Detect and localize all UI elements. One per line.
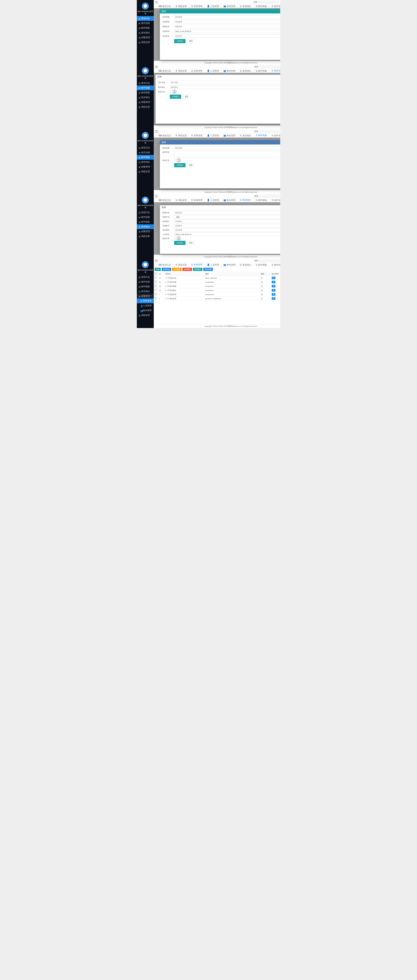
close-icon[interactable]: × <box>203 5 204 7</box>
expand-icon[interactable]: ▸ <box>166 293 166 296</box>
menu-toggle-icon[interactable] <box>155 1 158 3</box>
nav-send-addr[interactable]: ☰发信地址 <box>137 224 154 229</box>
nav-inbox[interactable]: ✉收件信箱 <box>137 280 154 284</box>
nav-inbox[interactable]: ✉收件信箱 <box>137 21 154 25</box>
search-input[interactable] <box>254 259 280 262</box>
input-mail-addr[interactable] <box>170 86 280 89</box>
input-username[interactable] <box>170 81 280 84</box>
nav-user-mgmt[interactable]: 👤人员管理 <box>137 303 154 308</box>
nav-send-log[interactable]: ☰发信日志 <box>137 16 154 21</box>
close-icon[interactable]: × <box>236 5 237 7</box>
nav-send-addr[interactable]: ☰发信地址 <box>137 95 154 100</box>
menu-toggle-icon[interactable] <box>155 130 158 132</box>
input-send-status[interactable] <box>174 34 280 38</box>
reset-button[interactable]: 重置 <box>182 95 191 99</box>
tab-2[interactable]: ☰菜单管理× <box>190 4 206 8</box>
nav-perm[interactable]: ⚙权限管理˅ <box>137 164 154 169</box>
search-input[interactable] <box>254 65 280 68</box>
expand-icon[interactable]: ▸ <box>166 285 166 287</box>
tab-prev[interactable]: ‹ <box>155 5 157 7</box>
close-icon[interactable]: × <box>187 5 189 7</box>
nav-menu-mgmt[interactable]: ☰菜单管理 <box>137 299 154 303</box>
btn-add[interactable]: 添加 <box>155 268 161 271</box>
btn-check-del[interactable]: 勾选删除 <box>172 268 182 271</box>
expand-icon[interactable]: ▸ <box>166 289 166 291</box>
row-checkbox[interactable] <box>155 277 157 279</box>
close-icon[interactable]: × <box>172 5 173 7</box>
nav-sys[interactable]: ⚙系统设置 <box>137 40 154 45</box>
row-checkbox[interactable] <box>155 293 157 295</box>
tab-1[interactable]: ⚙系统设置× <box>174 4 190 8</box>
expand-icon[interactable]: ▸ <box>166 277 166 279</box>
close-icon[interactable]: × <box>268 5 268 7</box>
nav-inbox[interactable]: ✉收件信箱 <box>137 215 154 220</box>
submit-button[interactable]: 立即提交 <box>174 163 185 167</box>
nav-send-log[interactable]: ☰发信日志 <box>137 275 154 280</box>
row-checkbox[interactable] <box>155 281 157 283</box>
tab-0[interactable]: ⌨发信日志× <box>157 4 174 8</box>
nav-perm[interactable]: ⚙权限管理˅ <box>137 100 154 105</box>
nav-sys[interactable]: ⚙系统设置 <box>137 313 154 318</box>
input-port[interactable] <box>174 220 280 223</box>
tab-6[interactable]: ☰邮件模板× <box>254 4 270 8</box>
btn-collapse-all[interactable]: 全部折叠 <box>203 268 213 271</box>
search-input[interactable] <box>254 130 280 133</box>
input-password[interactable] <box>174 228 280 232</box>
nav-perm[interactable]: ⚙权限管理˅ <box>137 229 154 234</box>
nav-mail-tpl[interactable]: ☰邮件模板 <box>137 220 154 224</box>
menu-toggle-icon[interactable] <box>155 195 158 197</box>
nav-send-log[interactable]: ☰发信日志 <box>137 81 154 86</box>
status-switch[interactable]: 关闭 <box>170 90 177 93</box>
nav-send-addr[interactable]: ☰发信地址 <box>137 160 154 164</box>
close-icon[interactable]: × <box>220 5 220 7</box>
nav-inbox[interactable]: ✉收件信箱 <box>137 150 154 155</box>
tab-4[interactable]: 👥角色管理× <box>222 4 239 8</box>
input-last-send[interactable] <box>174 232 280 236</box>
tab-prev[interactable]: ‹ <box>155 70 157 72</box>
btn-batch-del[interactable]: 批量删除 <box>182 268 192 271</box>
expand-icon[interactable]: ▸ <box>166 297 166 300</box>
input-mail-title[interactable] <box>174 146 280 150</box>
tab-7[interactable]: ☰收件信箱× <box>270 4 280 8</box>
nav-perm[interactable]: ⚙权限管理˄ <box>137 294 154 299</box>
nav-send-log[interactable]: ☰发信日志 <box>137 210 154 215</box>
status-switch[interactable]: 关闭 <box>174 237 181 240</box>
search-input[interactable] <box>254 195 280 198</box>
tab-3[interactable]: 👤人员管理× <box>206 4 222 8</box>
menu-toggle-icon[interactable] <box>155 66 158 68</box>
reset-button[interactable]: 重置 <box>187 241 195 245</box>
tab-prev[interactable]: ‹ <box>155 264 157 266</box>
tab-prev[interactable]: ‹ <box>155 199 157 201</box>
nav-sys[interactable]: ⚙系统设置 <box>137 105 154 109</box>
nav-perm[interactable]: ⚙权限管理˅ <box>137 35 154 40</box>
btn-recycle[interactable]: 添加回收 <box>161 268 171 271</box>
nav-mail-tpl[interactable]: ☰邮件模板 <box>137 155 154 160</box>
reset-button[interactable]: 重置 <box>187 39 195 43</box>
nav-mail-tpl[interactable]: ☰邮件模板 <box>137 90 154 95</box>
btn-expand-all[interactable]: 全部展开 <box>193 268 203 271</box>
row-checkbox[interactable] <box>155 285 157 287</box>
close-icon[interactable]: × <box>252 5 253 7</box>
input-tpl-name[interactable] <box>174 25 280 28</box>
tab-prev[interactable]: ‹ <box>155 134 157 137</box>
input-send-time[interactable] <box>174 30 280 33</box>
checkbox-all[interactable] <box>155 272 157 275</box>
nav-send-addr[interactable]: ☰发信地址 <box>137 289 154 294</box>
nav-mail-tpl[interactable]: ☰邮件模板 <box>137 25 154 30</box>
nav-send-log[interactable]: ☰发信日志 <box>137 145 154 150</box>
nav-inbox[interactable]: ✉收件信箱 <box>137 86 154 90</box>
menu-toggle-icon[interactable] <box>155 260 158 262</box>
input-host[interactable] <box>174 211 280 214</box>
expand-icon[interactable]: ▸ <box>166 281 166 283</box>
reset-button[interactable]: 重置 <box>187 163 195 167</box>
input-account[interactable] <box>174 224 280 228</box>
input-mail-content[interactable] <box>174 151 280 158</box>
row-checkbox[interactable] <box>155 297 157 299</box>
tab-5[interactable]: ☰发信地址× <box>238 4 254 8</box>
submit-button[interactable]: 立即提交 <box>174 39 185 43</box>
input-send-mail[interactable] <box>174 20 280 24</box>
select-encrypt[interactable]: 请选 <box>174 215 280 219</box>
nav-mail-tpl[interactable]: ☰邮件模板 <box>137 284 154 289</box>
nav-sys[interactable]: ⚙系统设置 <box>137 234 154 239</box>
search-input[interactable] <box>253 1 279 4</box>
